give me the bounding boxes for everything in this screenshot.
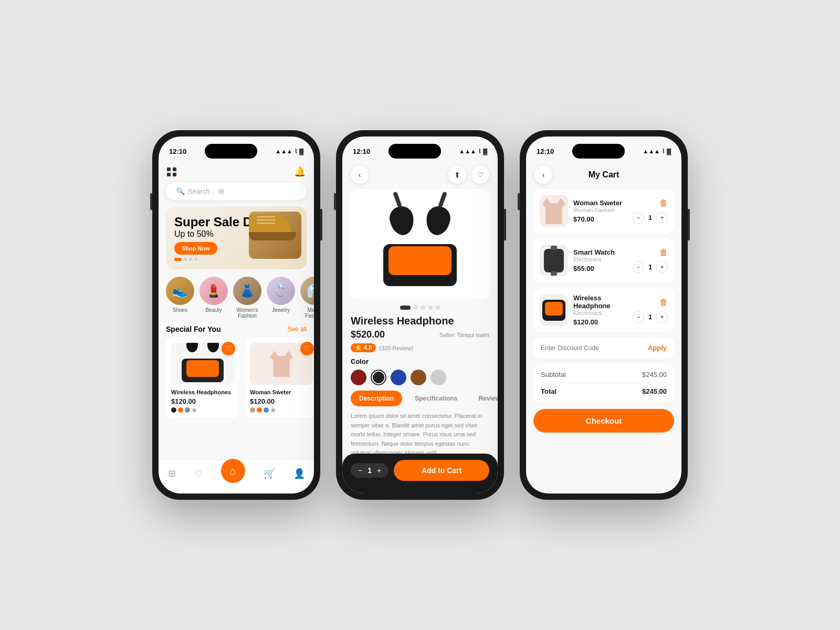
price-row: $520.00 Seller: Tariqul isalm	[351, 329, 489, 340]
signal-icon: ▲▲▲	[275, 148, 292, 154]
dot-3	[189, 258, 192, 261]
dynamic-island-1	[205, 144, 257, 159]
subtotal-label: Subtotal	[541, 371, 566, 379]
time-2: 12:10	[353, 148, 370, 155]
tab-reviews[interactable]: Reviews	[470, 391, 498, 406]
mens-circle: 👔	[300, 277, 314, 305]
headphone-category: Electronics	[573, 310, 627, 316]
order-summary: Subtotal $245.00 Total $245.00	[533, 363, 674, 403]
cart-item-headphone: Wireless Headphone Electronics $120.00 🗑…	[533, 288, 674, 332]
search-bar[interactable]: 🔍 Search... ⊞	[166, 183, 307, 200]
beauty-circle: 💄	[200, 277, 228, 305]
tab-description[interactable]: Description	[351, 391, 402, 406]
decrease-sweter[interactable]: −	[633, 212, 644, 224]
nav-heart[interactable]: ♡	[194, 468, 203, 479]
delete-headphone[interactable]: 🗑	[659, 298, 668, 307]
shoe-body	[249, 214, 291, 234]
product-name-2: Woman Sweter	[250, 389, 313, 395]
search-placeholder: Search...	[188, 187, 215, 195]
headphone-actions: 🗑 − 1 +	[633, 298, 668, 323]
headphone-img-small	[179, 345, 226, 382]
decrease-qty[interactable]: −	[358, 466, 362, 475]
product-card-headphone[interactable]: ♡ Wireless Headphones $120.00	[166, 338, 239, 418]
color-blue[interactable]	[391, 370, 406, 385]
category-jewelry[interactable]: 💍 Jewelry	[267, 277, 295, 319]
bell-icon[interactable]: 🔔	[294, 166, 306, 177]
product-price-2: $120.00	[250, 397, 313, 405]
color-swatches	[351, 370, 489, 385]
headphone-name: Wireless Headphone	[573, 294, 627, 310]
shirt-img-small	[270, 351, 293, 377]
dynamic-island-2	[388, 144, 441, 159]
color-dots-1: +	[171, 407, 234, 413]
delete-sweter[interactable]: 🗑	[659, 198, 668, 208]
add-to-cart-button[interactable]: Add to Cart	[394, 460, 489, 481]
qty-display: 1	[368, 466, 372, 475]
status-icons-3: ▲▲▲ ⌇ ▓	[643, 148, 671, 155]
rating-badge: ⭐ 4.8	[351, 343, 376, 352]
color-black[interactable]	[371, 370, 386, 385]
decrease-headphone[interactable]: −	[633, 311, 644, 323]
nav-home[interactable]: ⌂	[221, 459, 245, 483]
grid-icon[interactable]	[167, 167, 176, 176]
cart-items-list: Woman Sweter Woman Fashion $70.00 🗑 − 1 …	[526, 189, 681, 332]
summary-divider	[541, 383, 667, 383]
color-gray[interactable]	[430, 370, 446, 385]
filter-icon[interactable]: ⊞	[218, 187, 224, 195]
color-label: Color	[351, 358, 489, 365]
see-all-link[interactable]: See all	[287, 326, 307, 333]
color-red[interactable]	[351, 370, 366, 385]
dot-4	[428, 306, 433, 310]
total-row: Total $245.00	[541, 387, 667, 395]
discount-input[interactable]	[541, 344, 648, 352]
nav-grid[interactable]: ⊞	[168, 468, 176, 479]
color-dots-2: +	[250, 407, 313, 413]
decrease-watch[interactable]: −	[633, 261, 644, 273]
category-womens[interactable]: 👗 Women's Fashion	[233, 277, 261, 319]
back-button[interactable]: ‹	[351, 166, 369, 184]
cart-back-button[interactable]: ‹	[534, 166, 552, 184]
more-colors-2: +	[270, 407, 276, 413]
status-bar-1: 12:10 ▲▲▲ ⌇ ▓	[159, 136, 314, 162]
color-brown[interactable]	[411, 370, 426, 385]
product-img-1	[171, 343, 234, 385]
cart-item-watch: Smart Watch Electronics $55.00 🗑 − 1 +	[533, 238, 674, 282]
tab-specifications[interactable]: Specifications	[406, 391, 466, 406]
cart-title: My Cart	[589, 170, 620, 180]
sweter-name: Woman Sweter	[573, 199, 627, 207]
dot-active	[400, 306, 411, 310]
increase-headphone[interactable]: +	[656, 311, 668, 323]
shop-now-button[interactable]: Shop Now	[174, 242, 217, 255]
shoe-art	[249, 212, 296, 240]
share-button[interactable]: ⬆	[448, 166, 466, 184]
delete-watch[interactable]: 🗑	[659, 248, 668, 257]
nav-cart[interactable]: 🛒	[264, 468, 275, 479]
category-beauty[interactable]: 💄 Beauty	[200, 277, 228, 319]
earphone-right	[424, 205, 453, 237]
nav-profile[interactable]: 👤	[293, 468, 305, 479]
categories-row: 👟 Shoes 💄 Beauty 👗 Women's Fashion 💍 Jew…	[159, 277, 314, 325]
category-shoes[interactable]: 👟 Shoes	[166, 277, 194, 319]
increase-sweter[interactable]: +	[656, 212, 668, 224]
increase-watch[interactable]: +	[656, 261, 668, 273]
increase-qty[interactable]: +	[377, 466, 381, 475]
product-card-sweter[interactable]: ♡ Woman Sweter $120.00 +	[245, 338, 314, 418]
jewelry-label: Jewelry	[272, 307, 290, 313]
shoe-laces	[257, 216, 275, 224]
review-count: (320 Review)	[379, 345, 413, 351]
image-dots	[342, 306, 498, 310]
wishlist-button[interactable]: ♡	[471, 166, 489, 184]
sweter-price: $70.00	[573, 215, 627, 223]
category-mens[interactable]: 👔 Men's Fashion	[300, 277, 314, 319]
battery-icon: ▓	[299, 148, 303, 154]
dot-1	[174, 258, 182, 261]
headphone-price: $120.00	[573, 318, 627, 326]
checkout-button[interactable]: Checkout	[533, 409, 674, 433]
sweter-qty-num: 1	[648, 214, 652, 222]
watch-qty-num: 1	[648, 264, 652, 271]
wishlist-btn-2[interactable]: ♡	[300, 342, 314, 355]
watch-price: $55.00	[573, 265, 627, 272]
subtotal-value: $245.00	[642, 371, 667, 379]
color-dot-blue	[264, 407, 269, 413]
apply-button[interactable]: Apply	[648, 344, 667, 352]
